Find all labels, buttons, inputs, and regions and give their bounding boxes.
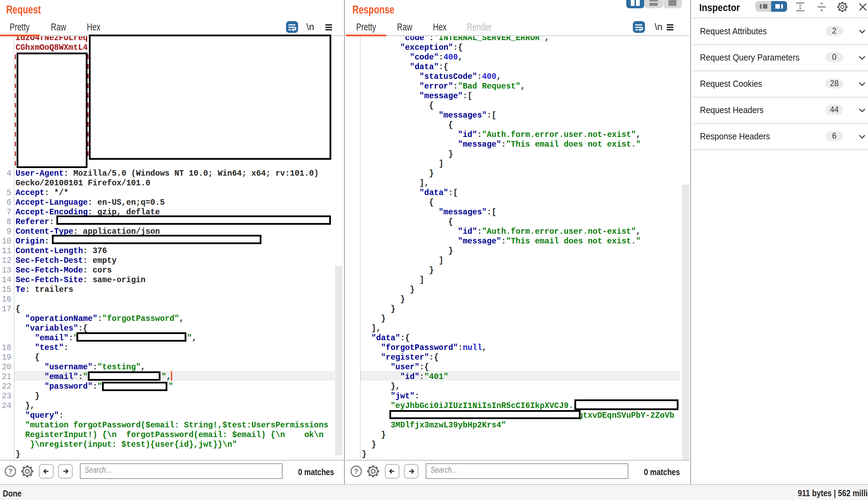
svg-text:?: ? <box>354 467 358 475</box>
svg-text:?: ? <box>8 467 12 475</box>
